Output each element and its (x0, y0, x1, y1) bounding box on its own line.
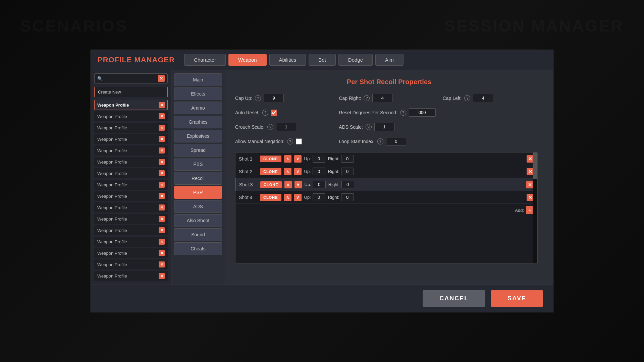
shot-3-right-input[interactable] (341, 181, 354, 188)
shot-1-right-input[interactable] (341, 155, 354, 163)
shot-2-up-input[interactable] (313, 168, 325, 175)
delete-profile-0[interactable]: ✕ (159, 102, 165, 108)
shot-1-up-input[interactable] (313, 155, 325, 163)
delete-profile-10[interactable]: ✕ (159, 216, 165, 222)
delete-profile-13[interactable]: ✕ (159, 250, 165, 256)
profile-item-5[interactable]: Weapon Profile ✕ (94, 157, 168, 167)
nav-ads[interactable]: ADS (174, 200, 222, 213)
tab-aim[interactable]: Aim (375, 54, 404, 66)
cap-up-label: Cap Up: (235, 96, 252, 101)
ads-scale-input[interactable] (374, 123, 394, 131)
scrollbar-thumb[interactable] (533, 153, 537, 179)
nav-explosives[interactable]: Explosives (174, 130, 222, 142)
nav-main[interactable]: Main (174, 73, 222, 86)
nav-spread[interactable]: Spread (174, 144, 222, 157)
shot-3-down-arrow[interactable]: ∨ (294, 181, 302, 188)
shot-4-clone[interactable]: CLONE (260, 194, 281, 201)
delete-profile-11[interactable]: ✕ (159, 227, 165, 233)
cap-right-help[interactable]: ? (364, 95, 370, 101)
nav-graphics[interactable]: Graphics (174, 116, 222, 128)
profile-item-11[interactable]: Weapon Profile ✕ (94, 225, 168, 235)
tab-dodge[interactable]: Dodge (338, 54, 373, 66)
cancel-button[interactable]: CANCEL (423, 290, 485, 307)
profile-item-label-15: Weapon Profile (97, 274, 127, 279)
tab-bot[interactable]: Bot (309, 54, 336, 66)
crouch-scale-input[interactable] (276, 123, 296, 131)
shot-2-clone[interactable]: CLONE (260, 168, 281, 175)
shot-1-down-arrow[interactable]: ∨ (294, 155, 302, 163)
tab-abilities[interactable]: Abilities (269, 54, 306, 66)
profile-item-6[interactable]: Weapon Profile ✕ (94, 168, 168, 178)
nav-pbs[interactable]: PBS (174, 158, 222, 171)
shot-3-up-input[interactable] (313, 181, 326, 188)
search-input[interactable] (105, 76, 156, 81)
nav-also-shoot[interactable]: Also Shoot (174, 214, 222, 227)
profile-item-1[interactable]: Weapon Profile ✕ (94, 111, 168, 121)
create-new-button[interactable]: Create New (94, 87, 168, 97)
delete-profile-5[interactable]: ✕ (159, 159, 165, 165)
reset-degrees-input[interactable] (409, 108, 436, 117)
shot-1-label: Shot 1 (239, 156, 257, 162)
delete-profile-14[interactable]: ✕ (159, 261, 165, 267)
reset-degrees-help[interactable]: ? (400, 110, 406, 116)
shot-table-scrollbar[interactable] (533, 153, 537, 263)
shot-4-down-arrow[interactable]: ∨ (294, 194, 302, 201)
profile-item-15[interactable]: Weapon Profile ✕ (94, 271, 168, 281)
auto-reset-checkbox[interactable] (271, 110, 277, 116)
shot-1-clone[interactable]: CLONE (260, 156, 281, 162)
shot-1-up-arrow[interactable]: ∧ (284, 155, 291, 163)
delete-profile-2[interactable]: ✕ (159, 125, 165, 131)
allow-manual-checkbox[interactable] (296, 138, 302, 144)
delete-profile-6[interactable]: ✕ (159, 170, 165, 176)
delete-profile-1[interactable]: ✕ (159, 113, 165, 119)
shot-4-right-input[interactable] (341, 193, 354, 201)
profile-item-13[interactable]: Weapon Profile ✕ (94, 248, 168, 258)
search-clear-button[interactable]: ✕ (158, 75, 165, 82)
profile-item-7[interactable]: Weapon Profile ✕ (94, 180, 168, 190)
nav-sound[interactable]: Sound (174, 228, 222, 241)
profile-item-3[interactable]: Weapon Profile ✕ (94, 134, 168, 144)
shot-2-up-arrow[interactable]: ∧ (284, 168, 291, 175)
profile-item-label-5: Weapon Profile (97, 160, 127, 165)
cap-left-help[interactable]: ? (464, 95, 470, 101)
crouch-scale-help[interactable]: ? (267, 124, 273, 130)
tab-character[interactable]: Character (184, 54, 226, 66)
delete-profile-7[interactable]: ✕ (159, 182, 165, 188)
tab-weapon[interactable]: Weapon (228, 54, 267, 66)
profile-item-9[interactable]: Weapon Profile ✕ (94, 202, 168, 213)
shot-4-up-input[interactable] (313, 193, 325, 201)
delete-profile-8[interactable]: ✕ (159, 193, 165, 199)
delete-profile-4[interactable]: ✕ (159, 147, 165, 154)
cap-up-input[interactable] (264, 94, 284, 102)
cap-left-input[interactable] (473, 94, 493, 102)
nav-effects[interactable]: Effects (174, 87, 222, 100)
nav-psr[interactable]: PSR (174, 186, 222, 199)
shot-2-down-arrow[interactable]: ∨ (294, 168, 302, 175)
allow-manual-help[interactable]: ? (287, 138, 293, 144)
cap-right-input[interactable] (372, 94, 392, 102)
shot-3-up-arrow[interactable]: ∧ (284, 181, 292, 188)
profile-item-14[interactable]: Weapon Profile ✕ (94, 259, 168, 269)
shot-4-up-arrow[interactable]: ∧ (284, 194, 291, 201)
nav-cheats[interactable]: Cheats (174, 242, 222, 255)
delete-profile-15[interactable]: ✕ (159, 273, 165, 279)
loop-start-input[interactable] (386, 137, 406, 145)
profile-item-4[interactable]: Weapon Profile ✕ (94, 145, 168, 156)
shot-2-right-input[interactable] (341, 168, 354, 175)
auto-reset-help[interactable]: ? (262, 110, 268, 116)
profile-item-2[interactable]: Weapon Profile ✕ (94, 123, 168, 133)
ads-scale-help[interactable]: ? (366, 124, 372, 130)
loop-start-help[interactable]: ? (377, 138, 383, 144)
shot-3-clone[interactable]: CLONE (260, 181, 282, 188)
profile-item-10[interactable]: Weapon Profile ✕ (94, 214, 168, 224)
profile-item-12[interactable]: Weapon Profile ✕ (94, 237, 168, 247)
nav-ammo[interactable]: Ammo (174, 102, 222, 114)
cap-up-help[interactable]: ? (255, 95, 261, 101)
profile-item-0[interactable]: Weapon Profile ✕ (94, 100, 168, 110)
delete-profile-9[interactable]: ✕ (159, 204, 165, 210)
delete-profile-12[interactable]: ✕ (159, 239, 165, 245)
save-button[interactable]: SAVE (491, 290, 543, 307)
nav-recoil[interactable]: Recoil (174, 172, 222, 185)
profile-item-8[interactable]: Weapon Profile ✕ (94, 191, 168, 201)
delete-profile-3[interactable]: ✕ (159, 136, 165, 142)
